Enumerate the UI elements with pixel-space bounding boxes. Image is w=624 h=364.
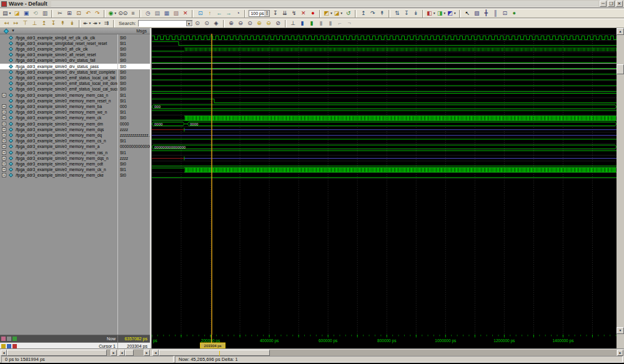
signal-value-row[interactable]: St1 [118,109,150,115]
new-file-button[interactable]: ▤▼ [2,9,12,17]
signal-value-row[interactable]: St1 [118,138,150,144]
signal-value-row[interactable]: St0 [118,69,150,75]
signal-names-pane[interactable]: /fpga_ddr3_example_sim/pll_ref_clk_clk_c… [0,28,117,335]
close-button[interactable]: ✕ [616,1,623,7]
signal-value-row[interactable]: St1 [118,98,150,104]
signal-value-row[interactable]: St1 [118,167,150,172]
find-button[interactable]: ⊙⊙ [117,9,128,17]
pane-splitter[interactable] [150,28,152,348]
find-prev-button[interactable]: ⊙ [202,19,212,27]
refresh-button[interactable]: ↺ [344,9,353,17]
values-scroll-right-icon[interactable]: ► [144,350,150,356]
dropdown-icon[interactable]: ▼ [330,9,333,17]
wave-vertical-scrollbar[interactable]: ▲ ▼ [617,28,624,335]
wave-config-button[interactable]: ▧ [171,9,181,17]
layout-1-button[interactable]: ◧▼ [426,9,436,17]
expand-icon[interactable]: + [2,167,6,172]
step-into-button[interactable]: ↥ [359,9,368,17]
zoom-full-button[interactable]: ⊙ [245,19,255,27]
zoom-mode-button[interactable]: ⊘ [274,19,283,27]
show-list-button[interactable]: ≡ [128,9,137,17]
signal-value-row[interactable]: zzzz [118,127,150,132]
expand-icon[interactable]: + [2,156,6,160]
find-time-button[interactable]: ◔ [233,9,242,17]
move-left-button[interactable]: ← [214,9,224,17]
wave-cursor-right-button[interactable]: ↦ [11,19,21,27]
zoom-select-button[interactable]: ⊡ [500,9,510,17]
traffic-light-button[interactable]: ● [510,9,519,17]
values-scroll-left-icon[interactable]: ◄ [119,350,125,356]
cut-wave-button[interactable]: ▮ [298,19,307,27]
signal-row[interactable]: +/fpga_ddr3_example_sim/e0_memory_mem_we… [0,109,117,115]
signal-value-row[interactable]: St0 [118,161,150,167]
signal-row[interactable]: +/fpga_ddr3_example_sim/e0_memory_mem_ck [0,115,117,121]
insert-mode-button[interactable]: ⊥ [289,19,298,27]
expand-icon[interactable]: + [2,110,6,114]
expand-icon[interactable]: + [2,150,6,155]
signal-row[interactable]: +/fpga_ddr3_example_sim/e0_memory_mem_dq [0,132,117,138]
collapse-button[interactable]: ↧ [402,9,411,17]
launch-button[interactable]: ◉▼ [107,9,117,17]
signal-row[interactable]: /fpga_ddr3_example_sim/e0_memory_mem_res… [0,98,117,104]
save-sim-button[interactable]: ◩▼ [323,9,333,17]
dropdown-icon[interactable]: ▼ [114,9,117,17]
cursor-lock-icon[interactable] [7,337,11,341]
wave-cursor-left-button[interactable]: ↤ [2,19,11,27]
names-scroll-right-icon[interactable]: ► [111,350,117,356]
signal-value-row[interactable]: St0 [118,57,150,63]
cursor-insert-icon[interactable] [12,337,17,341]
names-scroll-left-icon[interactable]: ◄ [1,350,7,356]
signal-row[interactable]: /fpga_ddr3_example_sim/global_reset_rese… [0,41,117,46]
values-scroll-thumb[interactable] [125,350,134,356]
signal-value-row[interactable]: St0 [118,64,150,69]
clock-button[interactable]: ◷ [143,9,152,17]
wave-scrollbar[interactable] [159,350,617,356]
expand-icon[interactable]: + [2,127,6,132]
values-scrollbar[interactable] [125,350,144,356]
select-region-button[interactable]: ▨ [472,9,482,17]
signal-row[interactable]: /fpga_ddr3_example_sim/e0_emif_status_lo… [0,81,117,86]
zoom-out-cursor-button[interactable]: ⊖ [264,19,274,27]
wave-scroll-right-icon[interactable]: ► [617,350,623,356]
reload-button[interactable]: ⟲ [31,9,40,17]
run-all-button[interactable]: ↯ [289,9,299,17]
signal-row[interactable]: /fpga_ddr3_example_sim/e0_drv_status_tes… [0,69,117,75]
step-out-button[interactable]: ↟ [377,9,387,17]
columns-button[interactable]: ║ [491,9,500,17]
wave-tool-1-button[interactable]: ▮ [317,19,326,27]
chevron-down-icon[interactable]: ▼ [11,29,15,32]
dropdown-icon[interactable]: ▼ [443,9,446,17]
signal-row[interactable]: +/fpga_ddr3_example_sim/e0_memory_mem_ck… [0,167,117,172]
copy-button[interactable]: ⊞ [64,9,74,17]
signal-row[interactable]: /fpga_ddr3_example_sim/pll_ref_clk_clk_c… [0,35,117,41]
expand-time-out-button[interactable]: ↠▼ [92,19,102,27]
wave-rise-button[interactable]: ↥ [39,19,49,27]
wave-tool-2-button[interactable]: ▮ [326,19,335,27]
dropdown-icon[interactable]: ▼ [89,19,92,27]
signal-row[interactable]: /fpga_ddr3_example_sim/e0_drv_status_pas… [0,64,117,69]
open-button[interactable]: ◪ [12,9,21,17]
print-button[interactable]: ▥ [40,9,49,17]
signal-row[interactable]: +/fpga_ddr3_example_sim/e0_memory_mem_dq… [0,155,117,161]
wave-tool-4-button[interactable]: ¬ [345,19,354,27]
signal-value-row[interactable]: 000000000000000 [118,144,150,149]
expand-icon[interactable]: + [2,139,6,143]
expand-icon[interactable]: + [2,173,6,177]
signal-row[interactable]: +/fpga_ddr3_example_sim/e0_memory_mem_od… [0,161,117,167]
dropdown-icon[interactable]: ▼ [453,9,457,17]
signal-row[interactable]: +/fpga_ddr3_example_sim/e0_memory_mem_ca… [0,92,117,98]
signal-row[interactable]: +/fpga_ddr3_example_sim/e0_memory_mem_ba [0,104,117,109]
copy-page-button[interactable]: ▤ [152,9,162,17]
wave-scroll-left-icon[interactable]: ◄ [152,350,159,356]
waveform-canvas[interactable]: 00000000000000000000000000 [152,28,617,335]
expand-icon[interactable]: + [2,93,6,97]
expand-icon[interactable]: + [2,133,6,137]
search-options-button[interactable]: ◈ [212,19,221,27]
signal-row[interactable]: +/fpga_ddr3_example_sim/e0_memory_mem_ra… [0,150,117,155]
signal-value-row[interactable]: St0 [118,115,150,121]
signal-row[interactable]: /fpga_ddr3_example_sim/e0_emif_status_lo… [0,75,117,81]
signal-row[interactable]: /fpga_ddr3_example_sim/e0_emif_status_lo… [0,86,117,92]
vscroll-thumb[interactable] [617,64,624,74]
dropdown-icon[interactable]: ▼ [9,9,12,17]
move-up-button[interactable]: ↑ [205,9,214,17]
